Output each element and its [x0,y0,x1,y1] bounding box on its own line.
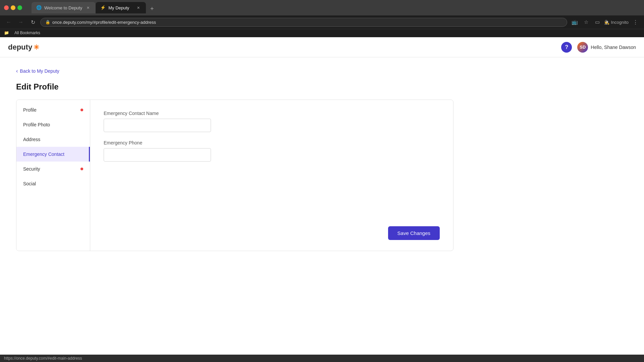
refresh-button[interactable]: ↻ [28,17,38,27]
user-name: Hello, Shane Dawson [591,45,636,50]
browser-toolbar: ← → ↻ 🔒 once.deputy.com/my/#profile/edit… [0,15,644,29]
deputy-logo: deputy ✳ [8,43,39,52]
status-bar: https://once.deputy.com/#edit-main-addre… [0,355,644,359]
status-bar-url: https://once.deputy.com/#edit-main-addre… [4,356,82,359]
toolbar-actions: 📺 ☆ ▭ 🕵 Incognito ⋮ [570,17,640,27]
bookmarks-folder-icon: 📁 [4,31,9,35]
incognito-badge: 🕵 Incognito [604,20,629,25]
emergency-phone-group: Emergency Phone [104,140,440,162]
window-controls: ✕ − + [4,5,22,10]
incognito-icon: 🕵 [604,20,609,25]
sidebar: Profile Profile Photo Address Emergency … [16,100,90,251]
sidebar-item-security-label: Security [23,166,40,172]
emergency-phone-input[interactable] [104,148,211,162]
all-bookmarks-link[interactable]: All Bookmarks [12,30,43,36]
sidebar-item-profile-label: Profile [23,107,37,113]
window-minimize-button[interactable]: − [11,5,15,10]
sidebar-item-address-label: Address [23,137,40,142]
lock-icon: 🔒 [45,20,50,24]
browser-chrome: ✕ − + 🌐 Welcome to Deputy ✕ ⚡ My Deputy … [0,0,644,37]
back-chevron-icon: ‹ [16,68,18,74]
emergency-phone-label: Emergency Phone [104,140,440,145]
tabs-bar: 🌐 Welcome to Deputy ✕ ⚡ My Deputy ✕ + [28,2,161,13]
back-to-my-deputy-link[interactable]: ‹ Back to My Deputy [16,68,453,74]
bookmark-star-icon[interactable]: ☆ [581,17,591,27]
more-options-button[interactable]: ⋮ [631,17,640,27]
sidebar-item-security[interactable]: Security [16,162,90,176]
tab-2-favicon: ⚡ [100,5,106,10]
user-greeting[interactable]: SD Hello, Shane Dawson [577,42,636,53]
emergency-contact-name-label: Emergency Contact Name [104,111,440,116]
deputy-logo-star: ✳ [34,43,39,51]
back-nav-button[interactable]: ← [4,17,13,27]
main-content: ‹ Back to My Deputy Edit Profile Profile… [0,57,470,262]
deputy-logo-text: deputy [8,43,32,52]
save-changes-container: Save Changes [388,226,440,240]
help-button[interactable]: ? [561,42,572,53]
sidebar-profile-badge [80,109,83,111]
sidebar-item-profile-photo-label: Profile Photo [23,122,50,127]
sidebar-item-profile-photo[interactable]: Profile Photo [16,117,90,132]
browser-tab-2[interactable]: ⚡ My Deputy ✕ [96,2,146,13]
tab-2-close-button[interactable]: ✕ [135,5,141,11]
tab-2-label: My Deputy [108,5,132,10]
form-area: Emergency Contact Name Emergency Phone S… [90,100,453,251]
page-wrapper: deputy ✳ ? SD Hello, Shane Dawson ‹ Back… [0,37,644,359]
address-bar-url: once.deputy.com/my/#profile/edit-emergen… [52,20,156,25]
incognito-label: Incognito [611,20,629,25]
new-tab-button[interactable]: + [147,4,157,13]
emergency-contact-name-group: Emergency Contact Name [104,111,440,132]
page-title: Edit Profile [16,82,453,92]
address-bar[interactable]: 🔒 once.deputy.com/my/#profile/edit-emerg… [40,18,567,27]
sidebar-security-badge [80,168,83,170]
sidebar-item-emergency-contact[interactable]: Emergency Contact [16,147,90,162]
top-nav: deputy ✳ ? SD Hello, Shane Dawson [0,37,644,57]
sidebar-panel-icon[interactable]: ▭ [593,17,602,27]
save-changes-button[interactable]: Save Changes [388,226,440,240]
forward-nav-button[interactable]: → [16,17,25,27]
window-close-button[interactable]: ✕ [4,5,9,10]
back-link-label: Back to My Deputy [20,68,59,74]
browser-title-bar: ✕ − + 🌐 Welcome to Deputy ✕ ⚡ My Deputy … [0,0,644,15]
sidebar-item-social[interactable]: Social [16,176,90,191]
tab-1-close-button[interactable]: ✕ [85,5,91,11]
tab-1-favicon: 🌐 [36,5,42,10]
avatar: SD [577,42,588,53]
emergency-contact-name-input[interactable] [104,119,211,132]
cast-icon[interactable]: 📺 [570,17,579,27]
sidebar-item-address[interactable]: Address [16,132,90,147]
sidebar-item-emergency-contact-label: Emergency Contact [23,152,64,157]
tab-1-label: Welcome to Deputy [44,5,82,10]
top-nav-right: ? SD Hello, Shane Dawson [561,42,636,53]
bookmarks-bar: 📁 All Bookmarks [0,29,644,37]
window-maximize-button[interactable]: + [17,5,22,10]
browser-tab-1[interactable]: 🌐 Welcome to Deputy ✕ [32,2,96,13]
sidebar-item-social-label: Social [23,181,36,186]
sidebar-item-profile[interactable]: Profile [16,103,90,117]
edit-container: Profile Profile Photo Address Emergency … [16,100,453,251]
